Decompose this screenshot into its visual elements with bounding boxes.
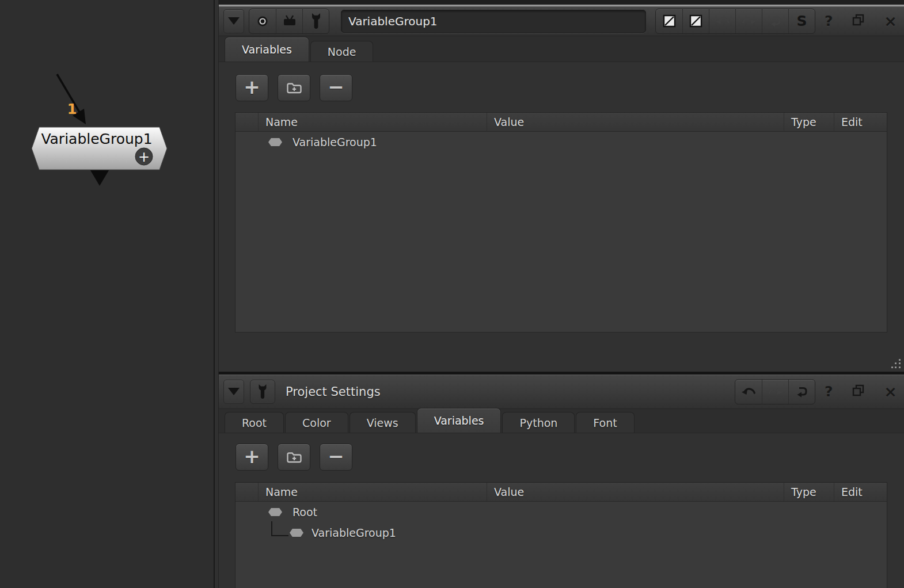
undo-button[interactable] (735, 380, 762, 404)
column-expander (236, 483, 259, 501)
plus-badge-icon: + (138, 149, 150, 165)
output-arrowhead-icon[interactable] (90, 170, 109, 186)
collapse-panel-button[interactable] (223, 9, 244, 33)
collapse-panel-button[interactable] (223, 380, 244, 404)
node-graph-canvas[interactable]: 1 VariableGroup1 + (0, 0, 214, 588)
undo-button[interactable] (709, 9, 735, 33)
manage-knobs-button[interactable] (302, 9, 329, 33)
project-settings-tabbar: Root Color Views Variables Python Font (219, 409, 904, 433)
add-group-button[interactable] (278, 444, 310, 471)
redo-button[interactable] (735, 9, 762, 33)
remove-variable-button[interactable]: − (320, 74, 352, 101)
tab-font[interactable]: Font (576, 412, 634, 433)
column-value[interactable]: Value (487, 483, 784, 501)
resize-grip[interactable] (891, 359, 902, 370)
column-name[interactable]: Name (259, 113, 487, 131)
table-row[interactable]: VariableGroup1 (236, 522, 887, 543)
tab-variables[interactable]: Variables (417, 408, 502, 433)
node-label: VariableGroup1 (41, 131, 152, 147)
wrench-icon (256, 384, 269, 400)
store-button[interactable]: S (788, 9, 815, 33)
panel-top-strip (219, 0, 904, 5)
triangle-down-icon (228, 17, 240, 25)
app-root: 1 VariableGroup1 + (0, 0, 904, 588)
column-edit[interactable]: Edit (834, 113, 887, 131)
table-body[interactable]: VariableGroup1 (236, 132, 887, 152)
tab-root[interactable]: Root (225, 412, 284, 433)
tab-label: Root (242, 417, 267, 429)
output-channels-button[interactable] (682, 9, 709, 33)
add-variable-button[interactable]: + (236, 444, 268, 471)
variables-toolbar: + − (236, 444, 352, 471)
tab-label: Variables (242, 43, 292, 56)
manage-knobs-button[interactable] (250, 380, 275, 404)
column-type[interactable]: Type (784, 113, 834, 131)
properties-panel: S ? × Variables Node (219, 0, 904, 372)
column-type[interactable]: Type (784, 483, 834, 501)
close-panel-button[interactable]: × (884, 12, 897, 30)
center-node-button[interactable] (249, 9, 276, 33)
tab-label: Python (519, 417, 557, 429)
variable-node-icon (268, 508, 282, 516)
help-button[interactable]: ? (825, 13, 833, 29)
table-header: Name Value Type Edit (236, 483, 887, 502)
panel-title: Project Settings (286, 385, 381, 399)
tab-color[interactable]: Color (285, 412, 348, 433)
column-value[interactable]: Value (487, 113, 784, 131)
column-edit[interactable]: Edit (834, 483, 887, 501)
tab-views[interactable]: Views (350, 412, 416, 433)
variable-node-icon (290, 529, 303, 537)
panel-action-button-group (735, 379, 815, 404)
triangle-down-icon (228, 388, 240, 395)
tab-label: Views (367, 417, 398, 429)
properties-tabbar: Variables Node (219, 36, 904, 62)
tab-label: Node (328, 45, 356, 58)
panel-action-button-group: S (655, 9, 815, 34)
add-group-button[interactable] (278, 74, 310, 101)
wrench-icon (309, 13, 324, 30)
tab-python[interactable]: Python (502, 412, 575, 433)
variables-table: Name Value Type Edit Root VariableGroup1 (235, 482, 887, 588)
pane-splitter[interactable] (214, 0, 219, 588)
redo-button[interactable] (762, 380, 788, 404)
node-header-button-group (249, 9, 329, 34)
undo-icon (741, 387, 756, 397)
column-expander (236, 113, 259, 131)
undo-icon (715, 16, 730, 26)
input-number-label: 1 (67, 101, 77, 117)
monitor-button[interactable] (276, 9, 302, 33)
tab-label: Color (302, 417, 331, 429)
node-name-input[interactable] (341, 10, 646, 33)
float-panel-button[interactable] (852, 384, 864, 399)
table-header: Name Value Type Edit (236, 113, 887, 132)
close-panel-button[interactable]: × (884, 383, 897, 400)
add-variable-button[interactable]: + (236, 74, 268, 101)
float-panel-icon (852, 384, 864, 396)
tab-label: Variables (434, 414, 484, 427)
input-channels-button[interactable] (656, 9, 682, 33)
column-name[interactable]: Name (259, 483, 487, 501)
tab-node[interactable]: Node (310, 41, 374, 62)
plus-icon: + (244, 77, 260, 97)
row-name: Root (293, 506, 317, 518)
float-panel-button[interactable] (852, 14, 864, 28)
tab-variables[interactable]: Variables (225, 37, 309, 62)
panel-window-controls: ? × (825, 12, 899, 30)
table-body[interactable]: Root VariableGroup1 (236, 502, 887, 543)
project-settings-panel: Project Settings (219, 372, 904, 588)
folder-plus-icon (286, 81, 303, 95)
variable-node-icon (268, 138, 282, 146)
variables-toolbar: + − (236, 74, 352, 101)
remove-variable-button[interactable]: − (320, 444, 352, 471)
row-name: VariableGroup1 (312, 526, 396, 539)
table-row[interactable]: Root (236, 502, 887, 522)
table-row[interactable]: VariableGroup1 (236, 132, 887, 152)
revert-button[interactable] (788, 380, 815, 404)
revert-button[interactable] (762, 9, 788, 33)
folder-plus-icon (286, 450, 303, 464)
project-settings-header: Project Settings (219, 375, 904, 409)
panel-window-controls: ? × (825, 383, 899, 400)
channels-square-icon (663, 14, 676, 28)
help-button[interactable]: ? (825, 383, 833, 400)
float-panel-icon (852, 14, 864, 26)
